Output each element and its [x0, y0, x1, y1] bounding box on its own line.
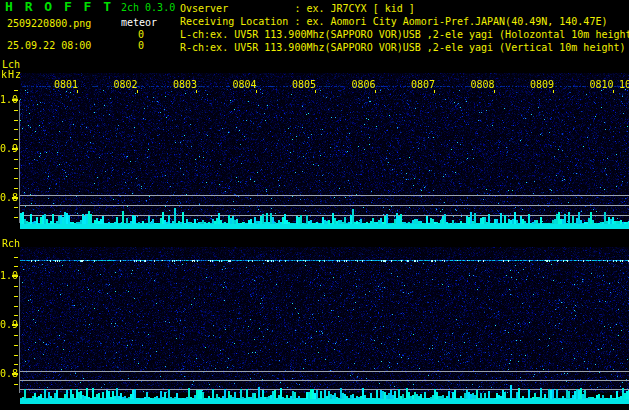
rch-panel-label: Rch — [2, 238, 20, 249]
lch-minor-tick — [14, 110, 18, 111]
minute-tick — [434, 90, 435, 93]
minute-tick — [613, 90, 614, 93]
rch-spectrogram — [20, 247, 629, 410]
rch-minor-tick — [14, 384, 18, 385]
time-label: 0809 — [530, 79, 554, 90]
meteor-count-1: 0 — [138, 29, 144, 40]
minute-tick — [137, 90, 138, 93]
lch-minor-tick — [14, 178, 18, 179]
time-label: 0808 — [471, 79, 495, 90]
lch-spectrogram — [20, 73, 629, 233]
khz-unit-label: kHz — [1, 69, 22, 80]
lch-major-tick — [12, 197, 18, 199]
app-title: H R O F F T — [5, 1, 113, 12]
rch-major-tick — [12, 324, 18, 326]
rch-minor-tick — [14, 296, 18, 297]
minute-tick — [315, 90, 316, 93]
version-label: 2ch 0.3.0 — [121, 2, 175, 13]
rch-minor-tick — [14, 257, 18, 258]
lch-axis-line — [19, 100, 20, 223]
time-label: 0804 — [233, 79, 257, 90]
lch-major-tick — [12, 99, 18, 101]
time-label: 0801 — [54, 79, 78, 90]
meteor-label: meteor — [121, 17, 157, 28]
lch-minor-tick — [14, 120, 18, 121]
filename-label: 2509220800.png — [7, 18, 91, 29]
rch-minor-tick — [14, 315, 18, 316]
lch-minor-tick — [14, 207, 18, 208]
lch-minor-tick — [14, 217, 18, 218]
datetime-label: 25.09.22 08:00 — [7, 40, 91, 51]
time-label-clipped: 10 — [619, 79, 629, 90]
lch-minor-tick — [14, 188, 18, 189]
rch-major-tick — [12, 275, 18, 277]
time-label: 0810 — [590, 79, 614, 90]
hrofft-screen: H R O F F T 2ch 0.3.0 2509220800.png met… — [0, 0, 629, 410]
lch-rig-line: L-ch:ex. UV5R 113.900Mhz(SAPPORO VOR)USB… — [180, 28, 629, 41]
lch-minor-tick — [14, 129, 18, 130]
lch-minor-tick — [14, 159, 18, 160]
rch-minor-tick — [14, 266, 18, 267]
observer-line: Ovserver : ex. JR7CYX [ kid ] — [180, 2, 629, 15]
rch-rig-line: R-ch:ex. UV5R 113.900Mhz(SAPPORO VOR)USB… — [180, 41, 629, 54]
rch-minor-tick — [14, 286, 18, 287]
meteor-count-2: 0 — [138, 40, 144, 51]
rch-minor-tick — [14, 364, 18, 365]
rch-minor-tick — [14, 345, 18, 346]
time-label: 0803 — [173, 79, 197, 90]
lch-minor-tick — [14, 90, 18, 91]
lch-major-tick — [12, 148, 18, 150]
time-label: 0806 — [352, 79, 376, 90]
location-line: Receiving Location : ex. Aomori City Aom… — [180, 15, 629, 28]
minute-tick — [256, 90, 257, 93]
rch-axis-line — [19, 276, 20, 393]
lch-minor-tick — [14, 168, 18, 169]
minute-tick — [375, 90, 376, 93]
rch-minor-tick — [14, 306, 18, 307]
lch-minor-tick — [14, 139, 18, 140]
rch-minor-tick — [14, 335, 18, 336]
time-label: 0807 — [411, 79, 435, 90]
minute-tick — [196, 90, 197, 93]
time-label: 0805 — [292, 79, 316, 90]
minute-tick — [77, 90, 78, 93]
minute-tick — [553, 90, 554, 93]
rch-major-tick — [12, 373, 18, 375]
minute-tick — [494, 90, 495, 93]
time-label: 0802 — [114, 79, 138, 90]
rch-minor-tick — [14, 355, 18, 356]
station-info-block: Ovserver : ex. JR7CYX [ kid ] Receiving … — [180, 2, 629, 54]
